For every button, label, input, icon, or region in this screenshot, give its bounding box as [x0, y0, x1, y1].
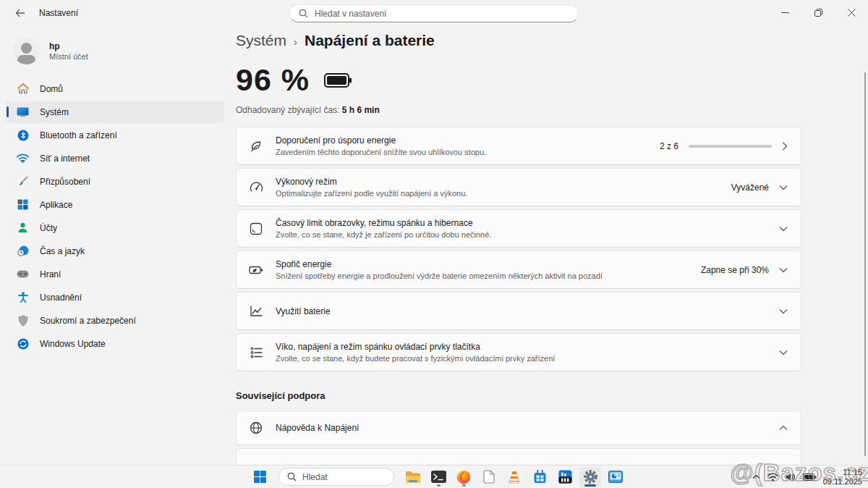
card-subtitle: Zvolte, co se stane, když budete pracova…: [276, 354, 555, 363]
related-support-heading: Související podpora: [236, 390, 801, 401]
wifi-icon[interactable]: [767, 473, 778, 481]
recommendations-count: 2 z 6: [660, 141, 678, 151]
settings-app-button[interactable]: [579, 467, 601, 487]
restore-button[interactable]: [801, 0, 835, 25]
card-power-mode[interactable]: Výkonový režim Optimalizujte zařízení po…: [236, 168, 801, 206]
sidebar-item-label: Usnadnění: [40, 293, 82, 303]
vertical-scrollbar[interactable]: [864, 72, 866, 456]
main-content: Systém › Napájení a baterie 96 % Odhadov…: [236, 26, 801, 464]
card-power-help[interactable]: Nápověda k Napájení: [236, 411, 801, 445]
document-app-button[interactable]: [478, 467, 500, 487]
home-icon: [17, 83, 29, 95]
chevron-down-icon: [779, 226, 788, 232]
vlc-button[interactable]: [503, 467, 525, 487]
running-indicator: [462, 484, 466, 487]
battery-saver-value[interactable]: Zapne se při 30%: [701, 265, 769, 275]
sidebar-item-bluetooth[interactable]: Bluetooth a zařízení: [6, 124, 224, 146]
taskbar-search-label: Hledat: [302, 472, 328, 482]
tray-time: 11:15: [823, 468, 862, 477]
sidebar-item-gaming[interactable]: Hraní: [6, 263, 224, 285]
network-wifi-icon: [17, 152, 29, 164]
sidebar-item-system[interactable]: Systém: [6, 101, 224, 123]
breadcrumb: Systém › Napájení a baterie: [236, 32, 801, 49]
sidebar-item-windows-update[interactable]: Windows Update: [6, 332, 224, 355]
terminal-icon: [431, 471, 446, 483]
globe-icon: [248, 421, 264, 434]
windows-update-icon: [17, 337, 29, 350]
search-icon: [299, 9, 308, 18]
settings-search-input[interactable]: Hledat v nastavení: [289, 4, 579, 22]
back-button[interactable]: [9, 4, 32, 22]
sidebar-item-label: Soukromí a zabezpečení: [40, 316, 136, 326]
sidebar-item-accessibility[interactable]: Usnadnění: [6, 286, 224, 308]
power-mode-value[interactable]: Vyvážené: [731, 182, 769, 193]
card-energy-recommendations[interactable]: Doporučení pro úsporu energie Zavedením …: [236, 127, 801, 165]
card-subtitle: Optimalizujte zařízení podle využití nap…: [276, 189, 467, 198]
card-screen-sleep-timeout[interactable]: Časový limit obrazovky, režimu spánku a …: [236, 209, 801, 248]
firefox-button[interactable]: [453, 467, 475, 487]
windows-logo-icon: [254, 471, 266, 483]
battery-saver-icon: [248, 264, 264, 276]
settings-search-placeholder: Hledat v nastavení: [315, 9, 386, 19]
avatar: [13, 38, 40, 64]
card-title: Doporučení pro úsporu energie: [276, 135, 486, 146]
chevron-down-icon: [779, 185, 788, 190]
battery-percent: 96 %: [236, 62, 310, 98]
tray-clock[interactable]: 11:15 09.11.2025: [823, 468, 862, 487]
sidebar-item-label: Účty: [40, 223, 57, 233]
recommendations-progressbar: [689, 145, 772, 148]
card-battery-usage[interactable]: Využití baterie: [236, 292, 801, 330]
library-app-button[interactable]: [554, 467, 576, 487]
vlc-cone-icon: [508, 470, 521, 484]
card-lid-power-button-controls[interactable]: Víko, napájení a režim spánku ovládací p…: [236, 333, 801, 371]
card-title: Spořič energie: [276, 259, 603, 269]
sidebar-item-personalization[interactable]: Přizpůsobení: [6, 170, 224, 193]
close-button[interactable]: [835, 0, 868, 25]
folder-icon: [405, 471, 421, 484]
system-monitor-icon: [608, 471, 623, 483]
sidebar-item-time-language[interactable]: Čas a jazyk: [6, 240, 224, 262]
microsoft-store-button[interactable]: [529, 467, 550, 487]
volume-icon[interactable]: [786, 473, 796, 481]
sidebar-item-network[interactable]: Síť a internet: [6, 147, 224, 169]
file-explorer-button[interactable]: [402, 467, 424, 487]
terminal-button[interactable]: [427, 467, 449, 487]
sidebar-item-apps[interactable]: Aplikace: [6, 193, 224, 216]
chevron-down-icon: [779, 308, 788, 314]
gauge-icon: [248, 181, 264, 193]
breadcrumb-parent[interactable]: Systém: [236, 32, 286, 49]
card-battery-saver[interactable]: Spořič energie Snížení spotřeby energie …: [236, 251, 801, 289]
sidebar-item-privacy[interactable]: Soukromí a zabezpečení: [6, 309, 224, 332]
sidebar-item-home[interactable]: Domů: [6, 77, 224, 100]
document-icon: [483, 470, 495, 484]
leaf-icon: [248, 140, 264, 153]
help-expanded-content-cutoff: [236, 448, 801, 464]
shield-icon: [17, 314, 29, 327]
chevron-down-icon: [779, 350, 788, 356]
app-title: Nastavení: [39, 8, 78, 18]
sidebar-item-accounts[interactable]: Účty: [6, 216, 224, 239]
user-account[interactable]: hp Místní účet: [6, 33, 224, 77]
active-app-indicator: [584, 484, 596, 487]
user-name: hp: [49, 41, 88, 51]
taskbar: Hledat: [0, 465, 868, 488]
card-title: Časový limit obrazovky, režimu spánku a …: [276, 218, 491, 228]
store-icon: [533, 470, 547, 484]
card-title: Víko, napájení a režim spánku ovládací p…: [276, 342, 555, 352]
tray-date: 09.11.2025: [823, 477, 862, 487]
tray-chevron-up-icon[interactable]: [752, 474, 760, 479]
start-button[interactable]: [249, 467, 271, 487]
battery-icon: [324, 73, 352, 88]
tray-battery-icon[interactable]: [803, 474, 816, 481]
sidebar-item-label: Čas a jazyk: [40, 246, 85, 256]
system-monitor-app-button[interactable]: [605, 467, 626, 487]
sidebar-item-label: Windows Update: [40, 339, 106, 349]
taskbar-search-input[interactable]: Hledat: [278, 468, 394, 486]
running-indicator: [437, 484, 441, 487]
sidebar: hp Místní účet Domů Systém Bluetooth a z…: [0, 26, 230, 465]
chevron-up-icon: [779, 425, 788, 431]
sidebar-item-label: Hraní: [40, 269, 61, 279]
minimize-button[interactable]: [768, 0, 801, 25]
card-title: Výkonový režim: [276, 177, 467, 187]
battery-estimate-label: Odhadovaný zbývající čas:: [236, 105, 339, 115]
